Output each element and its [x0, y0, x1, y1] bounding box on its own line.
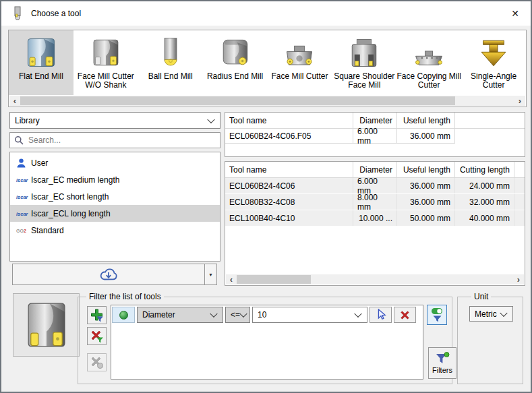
search-input[interactable] — [27, 135, 220, 146]
library-item-label: Iscar_ECL long length — [31, 209, 111, 218]
scroll-left-icon[interactable]: ‹ — [226, 274, 237, 284]
filter-condition-row: Diameter <= 10 — [112, 306, 422, 324]
library-item-label: Iscar_EC medium length — [31, 175, 119, 185]
red-x-icon — [400, 310, 410, 320]
scroll-right-icon[interactable]: › — [513, 274, 524, 284]
user-icon — [16, 158, 31, 169]
svg-text:iscar: iscar — [16, 177, 28, 183]
library-item-standard[interactable]: GO2 Standard — [10, 222, 220, 239]
chevron-down-icon — [500, 309, 507, 316]
tool-type-flat-end-mill[interactable]: Flat End Mill — [9, 30, 73, 95]
library-item-iscar-ec-medium[interactable]: iscar Iscar_EC medium length — [10, 171, 220, 188]
unit-group: Unit Metric — [457, 297, 523, 384]
flat-end-mill-icon — [25, 33, 57, 69]
filter-field-dropdown[interactable]: Diameter — [137, 307, 223, 323]
library-item-user[interactable]: User — [10, 154, 220, 171]
green-dot-icon — [119, 311, 128, 320]
search-box[interactable] — [9, 132, 220, 148]
svg-text:iscar: iscar — [16, 211, 28, 217]
unit-dropdown[interactable]: Metric — [469, 306, 513, 322]
iscar-logo-icon: iscar — [16, 210, 31, 217]
filter-field-value: Diameter — [142, 310, 175, 320]
table-row[interactable]: ECL100B40-4C10 10.000 ... 50.000 mm 40.0… — [225, 210, 525, 226]
filter-operator-dropdown[interactable]: <= — [225, 307, 250, 323]
column-header[interactable]: Tool name — [225, 113, 353, 128]
clear-filters-button[interactable] — [87, 353, 107, 371]
tool-type-label: Square Shoulder Face Mill — [332, 72, 396, 90]
tool-name-cell: ECL100B40-4C10 — [225, 210, 353, 226]
unit-group-label: Unit — [471, 292, 491, 301]
remove-filter-button[interactable] — [87, 327, 107, 345]
tools-list-table: Tool name Diameter Useful length Cutting… — [225, 161, 525, 286]
column-header[interactable]: Useful length — [397, 113, 455, 128]
cloud-download-icon — [98, 267, 119, 282]
single-angle-cutter-icon — [478, 33, 509, 69]
chevron-down-icon — [354, 310, 361, 318]
dialog-tool-icon — [13, 6, 22, 21]
close-button[interactable]: ✕ — [504, 4, 527, 23]
useful-length-cell: 36.000 mm — [397, 129, 455, 144]
filter-value-combobox[interactable]: 10 — [252, 307, 367, 323]
table-row[interactable]: ECL060B24-4C06.F05 6.000 mm 36.000 mm — [225, 129, 525, 144]
filter-value: 10 — [258, 310, 266, 320]
ball-end-mill-icon — [156, 33, 185, 69]
filter-active-indicator[interactable] — [112, 307, 135, 323]
selected-tool-table: Tool name Diameter Useful length ECL060B… — [225, 112, 525, 157]
library-source-dropdown[interactable]: Library — [9, 112, 220, 129]
chevron-down-icon — [210, 310, 217, 318]
pick-value-button[interactable] — [370, 307, 392, 323]
column-header[interactable]: Diameter — [353, 162, 397, 177]
tool-type-face-mill-wo-shank[interactable]: Face Mill Cutter W/O Shank — [73, 30, 138, 95]
delete-filter-button[interactable] — [394, 307, 416, 323]
unit-value: Metric — [475, 309, 497, 319]
cutting-length-cell: 24.000 mm — [455, 178, 514, 193]
tool-type-radius-end-mill[interactable]: Radius End Mill — [203, 30, 268, 95]
face-copying-mill-cutter-icon — [412, 33, 446, 69]
face-mill-cutter-icon — [283, 33, 316, 69]
tool-type-single-angle-cutter[interactable]: Single-Angle Cutter — [461, 30, 526, 95]
tool-type-face-copying-mill-cutter[interactable]: Face Copying Mill Cutter — [396, 30, 461, 95]
clear-filters-disabled-icon — [90, 356, 104, 369]
tool-name-cell: ECL080B32-4C08 — [225, 194, 353, 210]
filters-button[interactable]: Filters — [428, 347, 456, 379]
library-item-iscar-ec-short[interactable]: iscar Iscar_EC short length — [10, 188, 220, 205]
cutting-length-cell: 32.000 mm — [455, 194, 514, 210]
scrollbar-track[interactable] — [20, 96, 514, 106]
useful-length-cell: 50.000 mm — [397, 210, 455, 226]
filter-operator-value: <= — [231, 310, 240, 320]
column-header[interactable]: Tool name — [225, 162, 353, 177]
remove-filter-icon — [90, 330, 104, 343]
tool-name-cell: ECL060B24-4C06.F05 — [225, 129, 353, 144]
diameter-cell: 10.000 ... — [353, 210, 397, 226]
library-source-value: Library — [15, 116, 40, 125]
chevron-down-icon — [207, 115, 214, 123]
choose-a-tool-dialog: Choose a tool ✕ Flat End Mill — [0, 0, 532, 393]
tool-type-face-mill-cutter[interactable]: Face Mill Cutter — [268, 30, 332, 95]
scrollbar-thumb[interactable] — [237, 275, 311, 284]
svg-text:GO2: GO2 — [16, 229, 26, 233]
table-row[interactable]: ECL080B32-4C08 8.000 mm 36.000 mm 32.000… — [225, 194, 525, 210]
tool-preview — [13, 293, 80, 357]
scroll-right-icon[interactable]: › — [514, 96, 525, 106]
tool-type-ball-end-mill[interactable]: Ball End Mill — [138, 30, 203, 95]
tool-strip-scrollbar[interactable]: ‹ › — [9, 96, 525, 106]
download-options-arrow[interactable]: ▼ — [204, 264, 216, 284]
scroll-left-icon[interactable]: ‹ — [9, 96, 20, 106]
enable-filter-toggle-button[interactable] — [427, 305, 447, 325]
column-header[interactable]: Useful length — [397, 162, 455, 177]
add-filter-button[interactable] — [87, 306, 107, 324]
diameter-cell: 6.000 mm — [353, 178, 397, 193]
filter-toggle-icon — [431, 307, 444, 322]
column-header[interactable]: Cutting length — [455, 162, 514, 177]
download-library-button[interactable] — [13, 264, 204, 284]
scrollbar-thumb[interactable] — [20, 96, 455, 105]
iscar-logo-icon: iscar — [16, 193, 31, 200]
tool-type-label: Radius End Mill — [207, 72, 263, 81]
tool-type-strip: Flat End Mill Face Mill Cutter W/O Shank — [8, 30, 527, 107]
tools-table-scrollbar[interactable]: ‹ › — [226, 274, 524, 284]
table-row[interactable]: ECL060B24-4C06 6.000 mm 36.000 mm 24.000… — [225, 178, 525, 194]
tool-type-square-shoulder-face-mill[interactable]: Square Shoulder Face Mill — [332, 30, 396, 95]
library-item-iscar-ecl-long[interactable]: iscar Iscar_ECL long length — [10, 205, 220, 222]
search-icon — [14, 135, 24, 145]
scrollbar-track[interactable] — [237, 274, 513, 284]
